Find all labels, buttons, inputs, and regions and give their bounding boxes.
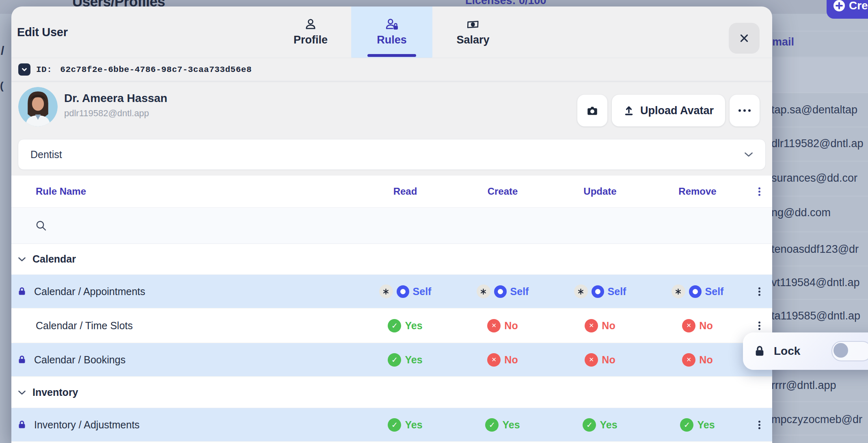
more-actions-button[interactable] bbox=[730, 95, 760, 126]
yes-check-icon: ✓ bbox=[388, 319, 401, 332]
lock-popover: Lock bbox=[743, 332, 868, 370]
search-icon bbox=[35, 219, 47, 232]
lock-toggle[interactable] bbox=[831, 341, 868, 361]
permission-cell-update[interactable]: ✓Yes bbox=[551, 418, 649, 432]
ellipsis-icon bbox=[738, 109, 751, 112]
rule-name: Calendar / Bookings bbox=[34, 354, 125, 366]
permission-cell-create[interactable]: ✕No bbox=[454, 353, 551, 367]
permission-cell-update[interactable]: ✕No bbox=[551, 353, 649, 367]
chevron-down-icon bbox=[18, 257, 26, 262]
background-email: ta119585@dntl.ap bbox=[771, 310, 860, 322]
permission-cell-remove[interactable]: ✕No bbox=[649, 353, 746, 367]
background-email: dlr119582@dntl.ap bbox=[771, 137, 864, 150]
row-menu-button[interactable] bbox=[746, 408, 772, 441]
permission-cell-create[interactable]: Self bbox=[454, 284, 551, 298]
permission-cell-read[interactable]: ✓Yes bbox=[356, 319, 454, 332]
camera-icon bbox=[586, 104, 599, 117]
active-tab-underline bbox=[367, 54, 416, 57]
rule-row: Calendar / Bookings✓Yes✕No✕No✕No bbox=[11, 343, 772, 377]
modal-title: Edit User bbox=[17, 7, 68, 58]
inherit-asterisk-icon bbox=[574, 284, 588, 298]
user-name: Dr. Ameera Hassan bbox=[64, 92, 167, 105]
yes-check-icon: ✓ bbox=[485, 418, 499, 432]
table-menu-button[interactable] bbox=[746, 176, 772, 207]
rules-table-header: Rule Name Read Create Update Remove bbox=[11, 176, 772, 208]
rules-search-input[interactable] bbox=[53, 213, 772, 238]
user-email: pdlr119582@dntl.app bbox=[64, 108, 167, 119]
create-button-label: Cre bbox=[849, 0, 868, 12]
rule-name: Calendar / Appointments bbox=[34, 286, 145, 298]
column-create: Create bbox=[454, 186, 551, 197]
kebab-icon bbox=[758, 325, 760, 327]
permission-cell-create[interactable]: ✓Yes bbox=[454, 418, 551, 432]
collapse-id-button[interactable] bbox=[18, 63, 30, 76]
upload-icon bbox=[623, 105, 635, 116]
screen: Users/Profiles Licenses: 0/100 / ( mail … bbox=[0, 0, 868, 443]
edit-user-modal: Edit User Profile Rules Salary bbox=[11, 7, 772, 443]
close-button[interactable] bbox=[729, 23, 760, 54]
inherit-asterisk-icon bbox=[379, 284, 393, 298]
tab-rules[interactable]: Rules bbox=[351, 7, 432, 58]
avatar bbox=[18, 87, 58, 126]
yes-check-icon: ✓ bbox=[388, 353, 401, 367]
permission-cell-create[interactable]: ✕No bbox=[454, 319, 551, 332]
chevron-down-icon bbox=[744, 152, 753, 157]
self-scope-icon bbox=[592, 285, 604, 298]
rules-rows: CalendarCalendar / AppointmentsSelfSelfS… bbox=[11, 244, 772, 442]
column-update: Update bbox=[551, 186, 649, 197]
permission-cell-remove[interactable]: ✕No bbox=[649, 319, 746, 332]
kebab-icon bbox=[758, 291, 760, 293]
tab-bar: Profile Rules Salary bbox=[270, 7, 514, 58]
permission-cell-read[interactable]: ✓Yes bbox=[356, 418, 454, 432]
permission-cell-read[interactable]: ✓Yes bbox=[356, 353, 454, 367]
tab-salary[interactable]: Salary bbox=[432, 7, 514, 58]
background-email: mpczyzocmeb@dr bbox=[771, 413, 862, 426]
kebab-icon bbox=[758, 424, 760, 426]
self-scope-icon bbox=[397, 285, 409, 298]
lock-icon bbox=[17, 420, 27, 430]
permission-cell-remove[interactable]: ✓Yes bbox=[649, 418, 746, 432]
person-lock-icon bbox=[385, 18, 398, 30]
column-remove: Remove bbox=[649, 186, 746, 197]
rule-row: Calendar / AppointmentsSelfSelfSelfSelf bbox=[11, 275, 772, 309]
background-email: tenoasddf123@dr bbox=[771, 243, 859, 256]
permission-cell-update[interactable]: ✕No bbox=[551, 319, 649, 332]
yes-check-icon: ✓ bbox=[583, 418, 596, 432]
tab-salary-label: Salary bbox=[456, 34, 489, 46]
background-text-fragment: ( bbox=[0, 80, 4, 92]
no-cross-icon: ✕ bbox=[487, 319, 501, 332]
rule-group-row[interactable]: Inventory bbox=[11, 377, 772, 408]
rule-row: Inventory / Adjustments✓Yes✓Yes✓Yes✓Yes bbox=[11, 408, 772, 442]
create-button[interactable]: Cre bbox=[827, 0, 868, 19]
no-cross-icon: ✕ bbox=[585, 353, 598, 367]
tab-profile[interactable]: Profile bbox=[270, 7, 351, 58]
rule-name: Calendar / Time Slots bbox=[36, 320, 133, 332]
licenses-counter: Licenses: 0/100 bbox=[465, 0, 546, 7]
lock-popover-label: Lock bbox=[774, 345, 800, 358]
row-menu-button[interactable] bbox=[746, 275, 772, 308]
rules-table: Rule Name Read Create Update Remove Cale… bbox=[11, 176, 772, 443]
inherit-asterisk-icon bbox=[477, 284, 490, 298]
self-scope-icon bbox=[689, 285, 702, 298]
take-photo-button[interactable] bbox=[577, 95, 607, 126]
no-cross-icon: ✕ bbox=[682, 353, 695, 367]
user-summary: Dr. Ameera Hassan pdlr119582@dntl.app Up… bbox=[11, 81, 772, 136]
permission-cell-remove[interactable]: Self bbox=[649, 284, 746, 298]
no-cross-icon: ✕ bbox=[487, 353, 501, 367]
background-toolbar-band bbox=[772, 58, 868, 93]
person-icon bbox=[304, 18, 317, 30]
lock-icon bbox=[754, 345, 766, 357]
group-name: Inventory bbox=[32, 387, 78, 398]
tab-profile-label: Profile bbox=[294, 34, 328, 46]
role-select[interactable]: Dentist bbox=[18, 139, 766, 170]
chevron-down-icon bbox=[21, 66, 28, 73]
permission-cell-update[interactable]: Self bbox=[551, 284, 649, 298]
inherit-asterisk-icon bbox=[672, 284, 685, 298]
tab-rules-label: Rules bbox=[377, 34, 407, 46]
rule-group-row[interactable]: Calendar bbox=[11, 244, 772, 275]
background-breadcrumb-fragment: / bbox=[1, 44, 4, 58]
permission-cell-read[interactable]: Self bbox=[356, 284, 454, 298]
banknote-icon bbox=[466, 18, 479, 30]
upload-avatar-button[interactable]: Upload Avatar bbox=[612, 95, 725, 126]
yes-check-icon: ✓ bbox=[680, 418, 693, 432]
